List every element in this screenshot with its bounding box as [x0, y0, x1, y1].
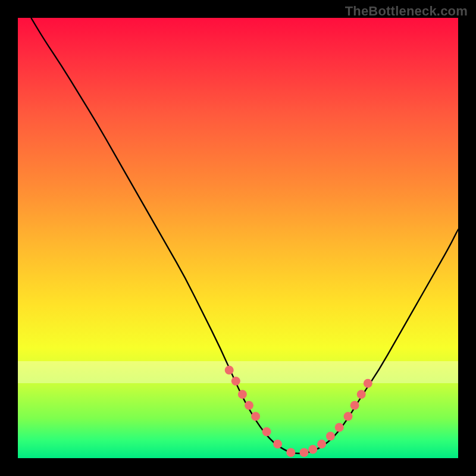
- data-dot: [326, 432, 335, 441]
- data-dot: [350, 401, 359, 410]
- plot-area: [18, 18, 458, 458]
- data-dot: [308, 445, 317, 454]
- data-dot: [357, 390, 366, 399]
- data-dot: [317, 440, 326, 449]
- data-dot: [364, 379, 372, 388]
- data-dot: [335, 423, 344, 432]
- chart-frame: TheBottleneck.com: [0, 0, 476, 476]
- data-dot: [344, 412, 353, 421]
- data-dot: [286, 448, 295, 457]
- curve-layer: [18, 18, 458, 458]
- data-dot: [238, 390, 247, 399]
- bottleneck-curve: [31, 18, 458, 453]
- dot-group: [225, 366, 372, 457]
- watermark-text: TheBottleneck.com: [345, 4, 468, 19]
- data-dot: [225, 366, 234, 375]
- data-dot: [231, 377, 240, 386]
- data-dot: [262, 427, 271, 436]
- data-dot: [251, 412, 260, 421]
- data-dot: [300, 448, 309, 457]
- data-dot: [273, 440, 282, 449]
- data-dot: [245, 401, 253, 410]
